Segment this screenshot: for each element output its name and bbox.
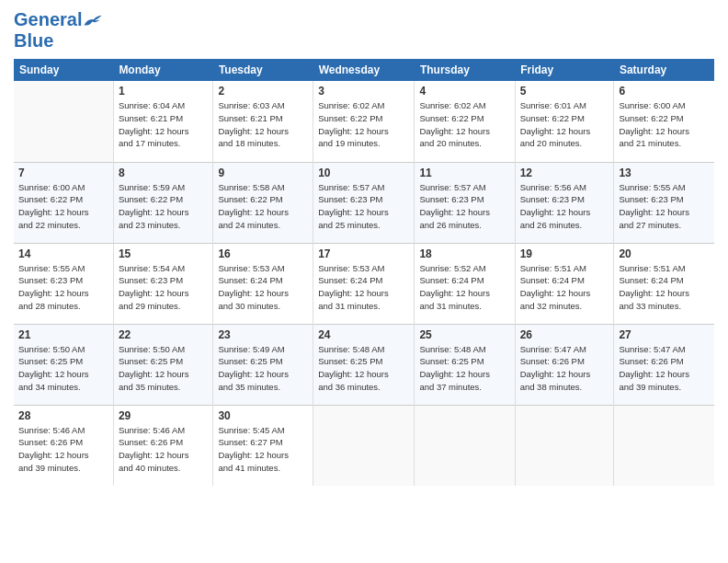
calendar-cell: 27Sunrise: 5:47 AM Sunset: 6:26 PM Dayli… <box>614 324 714 405</box>
calendar-week-row: 7Sunrise: 6:00 AM Sunset: 6:22 PM Daylig… <box>14 162 714 243</box>
day-number: 25 <box>419 328 509 341</box>
day-number: 20 <box>619 247 710 260</box>
day-info: Sunrise: 5:48 AM Sunset: 6:25 PM Dayligh… <box>318 343 409 394</box>
calendar-week-row: 28Sunrise: 5:46 AM Sunset: 6:26 PM Dayli… <box>14 405 714 486</box>
calendar-cell: 4Sunrise: 6:02 AM Sunset: 6:22 PM Daylig… <box>415 81 515 162</box>
calendar-cell: 20Sunrise: 5:51 AM Sunset: 6:24 PM Dayli… <box>614 243 714 324</box>
day-info: Sunrise: 6:02 AM Sunset: 6:22 PM Dayligh… <box>419 99 509 150</box>
day-info: Sunrise: 6:00 AM Sunset: 6:22 PM Dayligh… <box>619 99 710 150</box>
calendar-cell: 26Sunrise: 5:47 AM Sunset: 6:26 PM Dayli… <box>515 324 614 405</box>
day-number: 1 <box>119 85 209 98</box>
calendar-cell: 9Sunrise: 5:58 AM Sunset: 6:22 PM Daylig… <box>213 162 313 243</box>
calendar-cell: 2Sunrise: 6:03 AM Sunset: 6:21 PM Daylig… <box>213 81 313 162</box>
weekday-header-monday: Monday <box>113 59 213 81</box>
day-info: Sunrise: 6:04 AM Sunset: 6:21 PM Dayligh… <box>119 99 209 150</box>
day-info: Sunrise: 5:53 AM Sunset: 6:24 PM Dayligh… <box>218 262 308 313</box>
calendar-cell: 29Sunrise: 5:46 AM Sunset: 6:26 PM Dayli… <box>113 405 213 486</box>
calendar-cell <box>614 405 714 486</box>
day-number: 6 <box>619 85 710 98</box>
logo-text-blue: Blue <box>14 30 53 51</box>
calendar-cell: 15Sunrise: 5:54 AM Sunset: 6:23 PM Dayli… <box>113 243 213 324</box>
calendar-week-row: 1Sunrise: 6:04 AM Sunset: 6:21 PM Daylig… <box>14 81 714 162</box>
day-info: Sunrise: 6:00 AM Sunset: 6:22 PM Dayligh… <box>18 181 108 232</box>
logo: General Blue <box>14 9 103 52</box>
calendar-cell: 14Sunrise: 5:55 AM Sunset: 6:23 PM Dayli… <box>14 243 113 324</box>
day-number: 29 <box>119 409 209 422</box>
weekday-header-friday: Friday <box>515 59 614 81</box>
day-number: 27 <box>619 328 710 341</box>
calendar-cell <box>14 81 113 162</box>
day-number: 17 <box>318 247 409 260</box>
calendar-cell: 7Sunrise: 6:00 AM Sunset: 6:22 PM Daylig… <box>14 162 113 243</box>
day-info: Sunrise: 5:56 AM Sunset: 6:23 PM Dayligh… <box>520 181 609 232</box>
calendar-cell: 16Sunrise: 5:53 AM Sunset: 6:24 PM Dayli… <box>213 243 313 324</box>
calendar-cell: 24Sunrise: 5:48 AM Sunset: 6:25 PM Dayli… <box>313 324 415 405</box>
weekday-header-thursday: Thursday <box>415 59 515 81</box>
day-info: Sunrise: 5:50 AM Sunset: 6:25 PM Dayligh… <box>119 343 209 394</box>
day-info: Sunrise: 5:49 AM Sunset: 6:25 PM Dayligh… <box>218 343 308 394</box>
day-info: Sunrise: 5:58 AM Sunset: 6:22 PM Dayligh… <box>218 181 308 232</box>
day-info: Sunrise: 5:46 AM Sunset: 6:26 PM Dayligh… <box>18 424 108 475</box>
header: General Blue <box>14 9 714 52</box>
calendar-cell: 30Sunrise: 5:45 AM Sunset: 6:27 PM Dayli… <box>213 405 313 486</box>
calendar-cell <box>515 405 614 486</box>
day-number: 26 <box>520 328 609 341</box>
day-number: 8 <box>119 167 209 179</box>
weekday-header-row: SundayMondayTuesdayWednesdayThursdayFrid… <box>14 59 714 81</box>
day-number: 10 <box>318 167 409 179</box>
day-info: Sunrise: 6:03 AM Sunset: 6:21 PM Dayligh… <box>218 99 308 150</box>
day-info: Sunrise: 5:55 AM Sunset: 6:23 PM Dayligh… <box>18 262 108 313</box>
day-info: Sunrise: 5:57 AM Sunset: 6:23 PM Dayligh… <box>318 181 409 232</box>
weekday-header-sunday: Sunday <box>14 59 113 81</box>
day-number: 3 <box>318 85 409 98</box>
day-info: Sunrise: 6:02 AM Sunset: 6:22 PM Dayligh… <box>318 99 409 150</box>
logo-text-general: General <box>14 9 82 30</box>
calendar-cell: 17Sunrise: 5:53 AM Sunset: 6:24 PM Dayli… <box>313 243 415 324</box>
day-number: 5 <box>520 85 609 98</box>
calendar-cell: 5Sunrise: 6:01 AM Sunset: 6:22 PM Daylig… <box>515 81 614 162</box>
calendar-week-row: 21Sunrise: 5:50 AM Sunset: 6:25 PM Dayli… <box>14 324 714 405</box>
calendar-cell: 25Sunrise: 5:48 AM Sunset: 6:25 PM Dayli… <box>415 324 515 405</box>
day-number: 7 <box>18 167 108 179</box>
calendar-table: SundayMondayTuesdayWednesdayThursdayFrid… <box>14 59 714 486</box>
calendar-cell: 12Sunrise: 5:56 AM Sunset: 6:23 PM Dayli… <box>515 162 614 243</box>
calendar-week-row: 14Sunrise: 5:55 AM Sunset: 6:23 PM Dayli… <box>14 243 714 324</box>
weekday-header-saturday: Saturday <box>614 59 714 81</box>
day-info: Sunrise: 5:57 AM Sunset: 6:23 PM Dayligh… <box>419 181 509 232</box>
calendar-cell: 19Sunrise: 5:51 AM Sunset: 6:24 PM Dayli… <box>515 243 614 324</box>
day-info: Sunrise: 5:54 AM Sunset: 6:23 PM Dayligh… <box>119 262 209 313</box>
day-number: 21 <box>18 328 108 341</box>
day-info: Sunrise: 5:51 AM Sunset: 6:24 PM Dayligh… <box>619 262 710 313</box>
calendar-cell: 23Sunrise: 5:49 AM Sunset: 6:25 PM Dayli… <box>213 324 313 405</box>
day-info: Sunrise: 5:48 AM Sunset: 6:25 PM Dayligh… <box>419 343 509 394</box>
calendar-cell: 10Sunrise: 5:57 AM Sunset: 6:23 PM Dayli… <box>313 162 415 243</box>
day-number: 13 <box>619 167 710 179</box>
day-number: 15 <box>119 247 209 260</box>
day-info: Sunrise: 5:59 AM Sunset: 6:22 PM Dayligh… <box>119 181 209 232</box>
calendar-cell: 6Sunrise: 6:00 AM Sunset: 6:22 PM Daylig… <box>614 81 714 162</box>
day-info: Sunrise: 5:45 AM Sunset: 6:27 PM Dayligh… <box>218 424 308 475</box>
day-info: Sunrise: 5:50 AM Sunset: 6:25 PM Dayligh… <box>18 343 108 394</box>
day-info: Sunrise: 5:47 AM Sunset: 6:26 PM Dayligh… <box>619 343 710 394</box>
calendar-cell: 8Sunrise: 5:59 AM Sunset: 6:22 PM Daylig… <box>113 162 213 243</box>
calendar-cell <box>415 405 515 486</box>
day-number: 28 <box>18 409 108 422</box>
logo-bird-icon <box>83 12 103 29</box>
calendar-cell: 3Sunrise: 6:02 AM Sunset: 6:22 PM Daylig… <box>313 81 415 162</box>
calendar-cell: 1Sunrise: 6:04 AM Sunset: 6:21 PM Daylig… <box>113 81 213 162</box>
calendar-cell: 13Sunrise: 5:55 AM Sunset: 6:23 PM Dayli… <box>614 162 714 243</box>
day-number: 19 <box>520 247 609 260</box>
day-number: 16 <box>218 247 308 260</box>
day-info: Sunrise: 6:01 AM Sunset: 6:22 PM Dayligh… <box>520 99 609 150</box>
day-number: 14 <box>18 247 108 260</box>
calendar-cell: 21Sunrise: 5:50 AM Sunset: 6:25 PM Dayli… <box>14 324 113 405</box>
day-number: 30 <box>218 409 308 422</box>
day-number: 11 <box>419 167 509 179</box>
day-number: 18 <box>419 247 509 260</box>
weekday-header-wednesday: Wednesday <box>313 59 415 81</box>
day-number: 4 <box>419 85 509 98</box>
calendar-cell: 28Sunrise: 5:46 AM Sunset: 6:26 PM Dayli… <box>14 405 113 486</box>
day-number: 9 <box>218 167 308 179</box>
calendar-cell: 22Sunrise: 5:50 AM Sunset: 6:25 PM Dayli… <box>113 324 213 405</box>
calendar-cell <box>313 405 415 486</box>
